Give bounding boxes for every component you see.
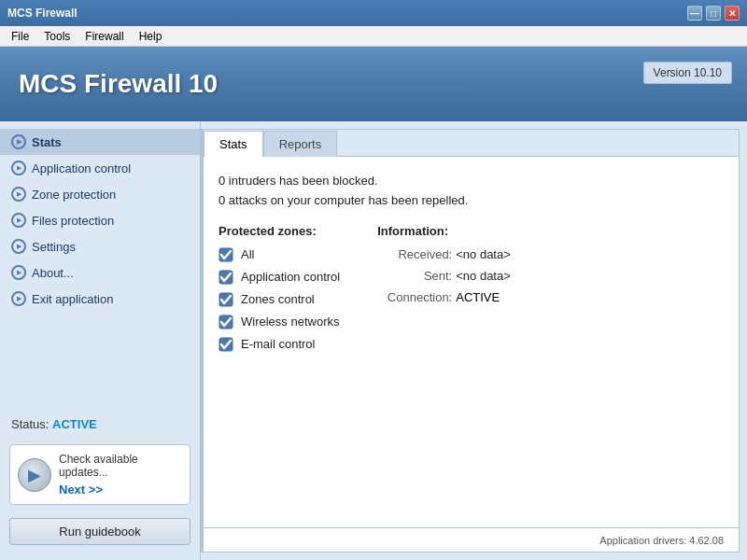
sidebar-label-appctrl: Application control: [32, 161, 131, 175]
sidebar-label-files: Files protection: [32, 214, 114, 228]
zone-item-all: All: [218, 247, 340, 262]
arrow-icon-exit: [11, 291, 26, 306]
menu-firewall[interactable]: Firewall: [78, 28, 131, 45]
info-item-sent: Sent: <no data>: [377, 269, 511, 283]
menu-file[interactable]: File: [4, 28, 36, 45]
intro-line-1: 0 intruders has been blocked.: [218, 172, 724, 191]
update-box: ▶ Check available updates... Next >>: [9, 444, 190, 505]
sidebar-nav: Stats Application control Zone protectio…: [0, 129, 200, 410]
menu-bar: File Tools Firewall Help: [0, 26, 747, 47]
status-section: Status: ACTIVE: [0, 410, 200, 439]
sidebar-label-stats: Stats: [32, 135, 62, 149]
sidebar-label-settings: Settings: [32, 240, 76, 254]
info-label-received: Received:: [377, 247, 452, 261]
status-value: ACTIVE: [52, 417, 97, 431]
sidebar-item-exit[interactable]: Exit application: [0, 286, 200, 312]
next-link[interactable]: Next >>: [59, 483, 182, 497]
content-area: Stats Reports 0 intruders has been block…: [203, 129, 740, 553]
update-disk-icon: ▶: [18, 458, 51, 492]
info-item-received: Received: <no data>: [377, 247, 511, 261]
stats-panel: 0 intruders has been blocked. 0 attacks …: [204, 157, 739, 527]
info-item-connection: Connection: ACTIVE: [377, 290, 511, 304]
info-label-connection: Connection:: [377, 290, 452, 304]
check-icon-all: [218, 247, 233, 262]
check-icon-email: [218, 337, 233, 352]
sidebar-item-files-protection[interactable]: Files protection: [0, 207, 200, 233]
tabs: Stats Reports: [204, 130, 739, 157]
zone-item-email: E-mail control: [218, 337, 340, 352]
version-badge: Version 10.10: [643, 62, 732, 84]
status-label: Status:: [11, 417, 49, 431]
check-icon-wireless: [218, 315, 233, 329]
app-title-bar-label: MCS Firewall: [7, 7, 78, 20]
app-header: MCS Firewall 10 Version 10.10: [0, 47, 747, 121]
main-layout: Stats Application control Zone protectio…: [0, 121, 747, 560]
app-drivers-label: Application drivers: 4.62.08: [599, 535, 724, 546]
protected-zones-heading: Protected zones:: [218, 224, 340, 238]
tab-stats[interactable]: Stats: [204, 131, 263, 157]
sidebar-item-about[interactable]: About...: [0, 259, 200, 286]
arrow-icon-stats: [11, 134, 26, 149]
sidebar-item-stats[interactable]: Stats: [0, 129, 200, 155]
zone-label-wireless: Wireless networks: [241, 315, 339, 329]
update-content: Check available updates... Next >>: [59, 453, 182, 497]
info-columns: Protected zones: All Applicatio: [218, 224, 724, 359]
check-icon-appctrl: [218, 270, 233, 285]
sidebar: Stats Application control Zone protectio…: [0, 121, 201, 560]
zone-label-email: E-mail control: [241, 337, 315, 351]
intro-line-2: 0 attacks on your computer has been repe…: [218, 191, 724, 211]
sidebar-item-settings[interactable]: Settings: [0, 233, 200, 259]
info-value-connection: ACTIVE: [456, 290, 500, 304]
intro-text: 0 intruders has been blocked. 0 attacks …: [218, 172, 724, 211]
info-value-sent: <no data>: [456, 269, 511, 283]
menu-help[interactable]: Help: [132, 28, 170, 45]
arrow-icon-files: [11, 213, 26, 228]
panel-footer: Application drivers: 4.62.08: [204, 527, 739, 552]
zone-label-all: All: [241, 247, 254, 261]
info-value-received: <no data>: [456, 247, 511, 261]
sidebar-item-application-control[interactable]: Application control: [0, 155, 200, 181]
menu-tools[interactable]: Tools: [36, 28, 78, 45]
update-text: Check available updates...: [59, 453, 182, 479]
minimize-button[interactable]: —: [687, 6, 702, 21]
arrow-icon-settings: [11, 239, 26, 254]
info-label-sent: Sent:: [377, 269, 452, 283]
sidebar-label-exit: Exit application: [32, 292, 113, 306]
information-heading: Information:: [377, 224, 511, 238]
run-guidebook-button[interactable]: Run guidebook: [9, 518, 190, 545]
title-bar: MCS Firewall — □ ✕: [0, 0, 747, 26]
check-icon-zones: [218, 292, 233, 307]
sidebar-item-zone-protection[interactable]: Zone protection: [0, 181, 200, 207]
app-title: MCS Firewall 10: [19, 69, 218, 99]
sidebar-label-zone: Zone protection: [32, 188, 116, 202]
maximize-button[interactable]: □: [706, 6, 721, 21]
arrow-icon-zone: [11, 187, 26, 202]
arrow-icon-about: [11, 265, 26, 280]
zone-label-zones: Zones control: [241, 292, 315, 306]
arrow-icon-appctrl: [11, 161, 26, 175]
protected-zones-section: Protected zones: All Applicatio: [218, 224, 340, 359]
zone-item-zones: Zones control: [218, 292, 340, 307]
window-controls: — □ ✕: [687, 6, 740, 21]
information-section: Information: Received: <no data> Sent: <…: [377, 224, 511, 359]
close-button[interactable]: ✕: [725, 6, 740, 21]
zone-item-wireless: Wireless networks: [218, 315, 340, 329]
tab-reports[interactable]: Reports: [263, 131, 338, 157]
zone-label-appctrl: Application control: [241, 270, 340, 284]
zone-item-appctrl: Application control: [218, 270, 340, 285]
sidebar-label-about: About...: [32, 266, 74, 280]
